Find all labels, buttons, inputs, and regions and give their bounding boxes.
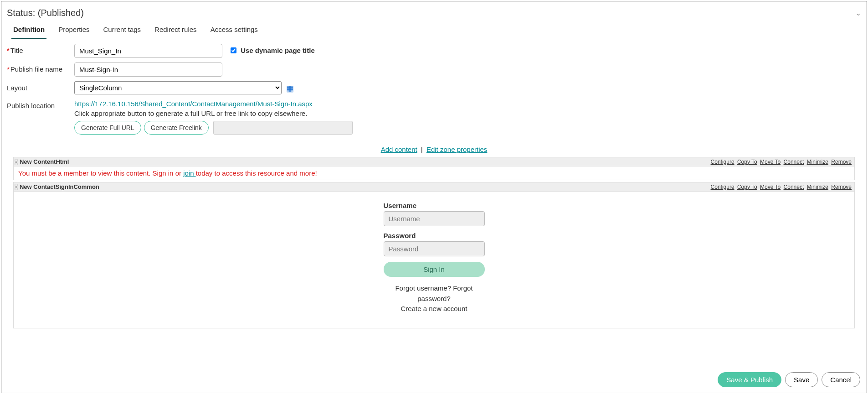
connect-link[interactable]: Connect <box>784 184 804 190</box>
generated-url-output[interactable] <box>213 121 353 135</box>
configure-link[interactable]: Configure <box>711 184 734 190</box>
publish-url-link[interactable]: https://172.16.10.156/Shared_Content/Con… <box>74 100 313 108</box>
copyto-link[interactable]: Copy To <box>737 159 757 165</box>
chevron-down-icon[interactable]: ⌄ <box>855 9 861 17</box>
definition-form: *Title Use dynamic page title *Publish f… <box>6 39 416 141</box>
tab-redirect-rules[interactable]: Redirect rules <box>153 22 199 39</box>
generate-full-url-button[interactable]: Generate Full URL <box>74 121 141 135</box>
edit-zone-link[interactable]: Edit zone properties <box>426 146 487 153</box>
generate-freelink-button[interactable]: Generate Freelink <box>144 121 209 135</box>
join-link[interactable]: join <box>183 169 196 177</box>
dynamic-title-label: Use dynamic page title <box>241 47 315 54</box>
webpart-actions: Configure Copy To Move To Connect Minimi… <box>709 159 852 165</box>
tab-current-tags[interactable]: Current tags <box>102 22 143 39</box>
connect-link[interactable]: Connect <box>784 159 804 165</box>
signin-button[interactable]: Sign In <box>384 262 485 277</box>
save-publish-button[interactable]: Save & Publish <box>718 372 781 387</box>
create-account-link[interactable]: Create a new account <box>384 304 485 314</box>
moveto-link[interactable]: Move To <box>760 159 781 165</box>
footer-actions: Save & Publish Save Cancel <box>718 372 860 387</box>
username-input[interactable] <box>384 211 485 226</box>
publish-hint: Click appropriate button to generate a f… <box>74 109 307 117</box>
signin-form: Username Password Sign In Forgot usernam… <box>384 202 485 314</box>
publish-location-label: Publish location <box>7 99 74 109</box>
password-input[interactable] <box>384 241 485 256</box>
drag-handle-icon[interactable] <box>15 184 18 190</box>
dynamic-title-checkbox[interactable] <box>231 47 236 53</box>
configure-link[interactable]: Configure <box>711 159 734 165</box>
membership-warning: You must be a member to view this conten… <box>14 166 854 180</box>
status-bar: Status: (Published) ⌄ <box>6 6 862 22</box>
title-input[interactable] <box>74 44 222 58</box>
webpart-title: New ContactSignInCommon <box>20 183 99 190</box>
minimize-link[interactable]: Minimize <box>807 159 828 165</box>
layout-select[interactable]: SingleColumn <box>74 81 282 94</box>
publish-file-input[interactable] <box>74 62 222 77</box>
tab-strip: Definition Properties Current tags Redir… <box>6 22 862 39</box>
status-label: Status: (Published) <box>7 8 84 18</box>
publish-file-label: *Publish file name <box>7 62 74 73</box>
tab-definition[interactable]: Definition <box>11 22 46 39</box>
remove-link[interactable]: Remove <box>831 159 852 165</box>
add-content-link[interactable]: Add content <box>381 146 417 153</box>
password-label: Password <box>384 232 485 239</box>
forgot-links[interactable]: Forgot username? Forgot password? <box>384 283 485 304</box>
tab-access-settings[interactable]: Access settings <box>209 22 260 39</box>
cancel-button[interactable]: Cancel <box>822 372 860 387</box>
drag-handle-icon[interactable] <box>15 159 18 165</box>
layout-picker-icon[interactable]: ▦ <box>286 83 294 94</box>
zone-actions: Add content | Edit zone properties <box>6 141 862 155</box>
moveto-link[interactable]: Move To <box>760 184 781 190</box>
page-designer: Status: (Published) ⌄ Definition Propert… <box>1 1 867 393</box>
save-button[interactable]: Save <box>785 372 818 387</box>
title-label: *Title <box>7 44 74 54</box>
username-label: Username <box>384 202 485 209</box>
tab-properties[interactable]: Properties <box>56 22 91 39</box>
minimize-link[interactable]: Minimize <box>807 184 828 190</box>
webpart-contenthtml: New ContentHtml Configure Copy To Move T… <box>13 157 855 180</box>
copyto-link[interactable]: Copy To <box>737 184 757 190</box>
layout-label: Layout <box>7 81 74 92</box>
remove-link[interactable]: Remove <box>831 184 852 190</box>
webpart-title: New ContentHtml <box>20 158 69 165</box>
webpart-actions: Configure Copy To Move To Connect Minimi… <box>709 184 852 190</box>
webpart-signin: New ContactSignInCommon Configure Copy T… <box>13 182 855 328</box>
